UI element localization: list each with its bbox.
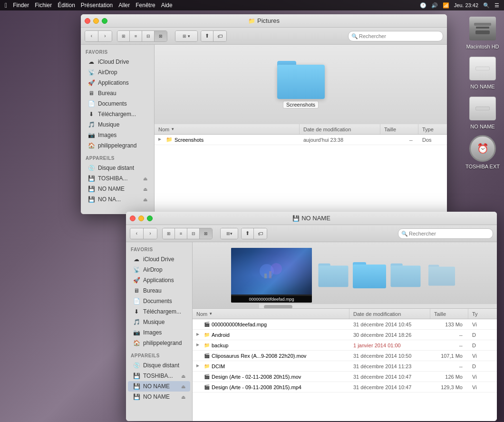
- notification-icon[interactable]: ☰: [494, 2, 499, 9]
- pictures-col-date[interactable]: Date de modification: [300, 124, 380, 134]
- noname-col-size[interactable]: Taille: [430, 309, 468, 319]
- pictures-list-view-btn[interactable]: ≡: [130, 31, 142, 41]
- noname-arrange-btn[interactable]: ⊞▾: [221, 228, 238, 239]
- pictures-sidebar-disque[interactable]: 💿 Disque distant: [83, 163, 152, 173]
- pictures-share-btn[interactable]: ⬆: [201, 31, 213, 41]
- pictures-forward-button[interactable]: ›: [98, 31, 112, 41]
- table-row[interactable]: ▶ 📁 Android 30 décembre 2014 18:26 -- D: [193, 330, 497, 340]
- pictures-icon-view[interactable]: Screenshots: [155, 45, 447, 124]
- noname-sidebar-toshiba[interactable]: 💾 TOSHIBA... ⏏: [128, 371, 190, 381]
- table-row[interactable]: ▶ 🎬 Design (Arte - 09-11-2008 20h15).mp4…: [193, 382, 497, 393]
- preview-folder-2[interactable]: [353, 262, 386, 289]
- table-row[interactable]: ▶ 📁 Screenshots aujourd'hui 23:38 -- Dos: [155, 135, 447, 145]
- noname-noname-b-eject[interactable]: ⏏: [181, 394, 185, 400]
- noname-noname-a-eject[interactable]: ⏏: [181, 384, 185, 389]
- search-menu-icon[interactable]: 🔍: [483, 2, 490, 9]
- noname-col-date[interactable]: Date de modification: [349, 309, 430, 319]
- noname-search-input[interactable]: [398, 228, 493, 239]
- pictures-sidebar-noname-a[interactable]: 💾 NO NAME ⏏: [83, 184, 152, 194]
- screenshots-folder-label: Screenshots: [283, 101, 319, 108]
- expand-icon-5[interactable]: ▶: [196, 363, 202, 369]
- desktop-icon-no-name-1[interactable]: NO NAME: [464, 54, 502, 89]
- noname-share-btn[interactable]: ⬆: [242, 228, 254, 239]
- pictures-coverflow-view-btn[interactable]: ⊠: [155, 31, 167, 41]
- noname-back-button[interactable]: ‹: [130, 228, 144, 239]
- noname-a-eject-icon[interactable]: ⏏: [143, 186, 147, 192]
- expand-icon-3[interactable]: ▶: [196, 343, 202, 348]
- pictures-sidebar-documents[interactable]: 📄 Documents: [83, 98, 152, 109]
- help-menu[interactable]: Aide: [161, 2, 173, 9]
- noname-sidebar-airdrop[interactable]: 📡 AirDrop: [128, 265, 190, 275]
- noname-close-button[interactable]: [130, 216, 136, 221]
- apple-menu[interactable]: : [5, 1, 7, 9]
- noname-sidebar-icloud[interactable]: ☁ iCloud Drive: [128, 254, 190, 265]
- pictures-col-size[interactable]: Taille: [380, 124, 418, 134]
- pictures-sidebar-images[interactable]: 📷 Images: [83, 130, 152, 140]
- window-menu[interactable]: Fenêtre: [136, 2, 155, 9]
- noname-icon-view-btn[interactable]: ⊞: [163, 228, 175, 239]
- table-row[interactable]: ▶ 🎬 Design (Arte - 02-11-2008 20h15).mov…: [193, 372, 497, 382]
- noname-sidebar-applications[interactable]: 🚀 Applications: [128, 275, 190, 285]
- noname-sidebar-images[interactable]: 📷 Images: [128, 327, 190, 338]
- noname-sidebar-home[interactable]: 🏠 philippelegrand: [128, 338, 190, 348]
- pictures-sidebar-applications[interactable]: 🚀 Applications: [83, 78, 152, 88]
- table-row[interactable]: ▶ 📁 backup 1 janvier 2014 01:00 -- D: [193, 340, 497, 351]
- table-row[interactable]: ▶ 🎬 Cliposaurus Rex (A...9-2008 22h20).m…: [193, 351, 497, 361]
- noname-sidebar-documents[interactable]: 📄 Documents: [128, 296, 190, 306]
- expand-icon-2[interactable]: ▶: [196, 332, 202, 338]
- finder-menu[interactable]: Finder: [13, 2, 29, 9]
- noname-scrollbar[interactable]: [259, 304, 497, 308]
- pictures-sidebar-airdrop[interactable]: 📡 AirDrop: [83, 67, 152, 78]
- pictures-col-name[interactable]: Nom ▼: [155, 124, 300, 134]
- pictures-sidebar-telechargements[interactable]: ⬇ Téléchargem...: [83, 109, 152, 119]
- pictures-back-button[interactable]: ‹: [85, 31, 98, 41]
- edit-menu[interactable]: Édition: [58, 2, 75, 9]
- screenshots-folder[interactable]: Screenshots: [277, 61, 325, 108]
- pictures-search-input[interactable]: [348, 31, 443, 41]
- preview-folder-3[interactable]: [391, 263, 421, 287]
- noname-forward-button[interactable]: ›: [144, 228, 157, 239]
- noname-minimize-button[interactable]: [138, 216, 144, 221]
- noname-list-view-btn[interactable]: ≡: [175, 228, 187, 239]
- toshiba-eject-icon[interactable]: ⏏: [143, 176, 147, 181]
- expand-icon[interactable]: ▶: [158, 137, 164, 143]
- preview-video-thumbnail[interactable]: 000000000fdeefad.mpg: [231, 248, 312, 303]
- pictures-minimize-button[interactable]: [93, 18, 99, 24]
- pictures-sidebar-home[interactable]: 🏠 philippelegrand: [83, 140, 152, 151]
- noname-toshiba-eject[interactable]: ⏏: [181, 373, 185, 379]
- preview-folder-4[interactable]: [428, 265, 455, 286]
- noname-sidebar-bureau[interactable]: 🖥 Bureau: [128, 285, 190, 296]
- view-menu[interactable]: Présentation: [81, 2, 113, 9]
- noname-tag-btn[interactable]: 🏷: [254, 228, 267, 239]
- noname-column-view-btn[interactable]: ⊟: [187, 228, 200, 239]
- noname-sidebar-disque[interactable]: 💿 Disque distant: [128, 360, 190, 371]
- noname-coverflow-view-btn[interactable]: ⊠: [200, 228, 212, 239]
- pictures-maximize-button[interactable]: [102, 18, 107, 24]
- pictures-sidebar-musique[interactable]: 🎵 Musique: [83, 119, 152, 130]
- pictures-icon-view-btn[interactable]: ⊞: [117, 31, 130, 41]
- pictures-column-view-btn[interactable]: ⊟: [142, 31, 155, 41]
- table-row[interactable]: ▶ 📁 DCIM 31 décembre 2014 11:23 -- D: [193, 361, 497, 372]
- desktop-icon-macintosh-hd[interactable]: Macintosh HD: [464, 14, 502, 49]
- pictures-close-button[interactable]: [85, 18, 90, 24]
- pictures-sidebar-bureau[interactable]: 🖥 Bureau: [83, 88, 152, 98]
- noname-col-name[interactable]: Nom ▼: [193, 309, 349, 319]
- noname-sidebar-musique[interactable]: 🎵 Musique: [128, 317, 190, 327]
- table-row[interactable]: ▶ 🎬 000000000fdeefad.mpg 31 décembre 201…: [193, 319, 497, 330]
- noname-maximize-button[interactable]: [147, 216, 153, 221]
- noname-b-eject-icon[interactable]: ⏏: [143, 197, 147, 202]
- pictures-tag-btn[interactable]: 🏷: [213, 31, 226, 41]
- preview-folder-1[interactable]: [319, 263, 349, 287]
- pictures-sidebar-icloud[interactable]: ☁ iCloud Drive: [83, 57, 152, 67]
- desktop-icon-toshiba[interactable]: ⏰ TOSHIBA EXT: [464, 134, 502, 169]
- pictures-arrange-btn[interactable]: ⊞ ▾: [175, 31, 197, 41]
- noname-sidebar-noname-a[interactable]: 💾 NO NAME ⏏: [128, 381, 190, 392]
- go-menu[interactable]: Aller: [118, 2, 130, 9]
- pictures-sidebar-toshiba[interactable]: 💾 TOSHIBA... ⏏: [83, 173, 152, 184]
- noname-sidebar-noname-b[interactable]: 💾 NO NAME ⏏: [128, 392, 190, 402]
- noname-sidebar-telechargements[interactable]: ⬇ Téléchargem...: [128, 306, 190, 317]
- pictures-toolbar: ‹ › ⊞ ≡ ⊟ ⊠ ⊞ ▾ ⬆ 🏷 🔍: [81, 28, 447, 45]
- desktop-icon-no-name-2[interactable]: NO NAME: [464, 94, 502, 129]
- file-menu[interactable]: Fichier: [35, 2, 52, 9]
- pictures-sidebar-noname-b[interactable]: 💾 NO NA... ⏏: [83, 194, 152, 205]
